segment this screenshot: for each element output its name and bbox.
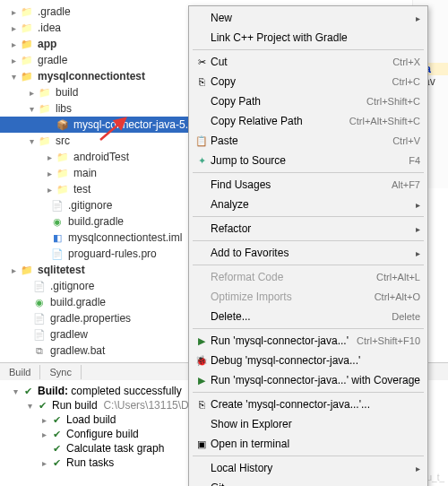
- folder-icon: [20, 4, 34, 19]
- submenu-icon: ▸: [409, 483, 420, 487]
- expand-icon[interactable]: [38, 458, 50, 468]
- file-icon: [32, 343, 47, 358]
- copy-icon: ⎘: [193, 76, 211, 87]
- menu-open-terminal[interactable]: ▣Open in terminal: [189, 434, 427, 454]
- folder-icon: [56, 150, 70, 164]
- expand-icon[interactable]: [43, 169, 56, 178]
- tab-build[interactable]: Build: [0, 365, 40, 379]
- tree-label: proguard-rules.pro: [68, 247, 157, 260]
- build-status: completed successfully: [71, 385, 181, 397]
- menu-separator: [193, 49, 424, 50]
- expand-icon[interactable]: [7, 56, 20, 65]
- tree-label: test: [73, 183, 90, 195]
- collapse-icon[interactable]: [25, 104, 38, 114]
- build-task: Run build: [52, 399, 98, 412]
- shortcut: Ctrl+Shift+C: [366, 96, 420, 107]
- jar-icon: [56, 117, 70, 132]
- file-icon: [32, 311, 47, 325]
- collapse-icon[interactable]: [25, 136, 38, 146]
- submenu-icon: ▸: [409, 248, 420, 258]
- menu-separator: [193, 456, 424, 456]
- tree-label: mysqlconnectiontest.iml: [68, 231, 182, 244]
- folder-icon: [20, 21, 34, 35]
- debug-icon: 🐞: [193, 355, 211, 367]
- expand-icon[interactable]: [38, 415, 50, 425]
- expand-icon[interactable]: [7, 23, 20, 33]
- tree-label: gradlew.bat: [50, 344, 105, 357]
- shortcut: Ctrl+C: [392, 76, 420, 87]
- menu-coverage[interactable]: ▶Run 'mysql-connector-java...' with Cove…: [189, 370, 427, 390]
- folder-icon: [38, 101, 52, 116]
- check-icon: ✔: [50, 457, 63, 469]
- menu-git[interactable]: Git▸: [189, 478, 427, 486]
- module-icon: [20, 69, 34, 83]
- submenu-icon: ▸: [409, 224, 420, 234]
- shortcut: Ctrl+Alt+Shift+C: [349, 116, 420, 126]
- tree-label: gradle.properties: [50, 312, 131, 325]
- menu-paste[interactable]: 📋PasteCtrl+V: [189, 131, 427, 151]
- expand-icon[interactable]: [7, 39, 20, 49]
- tree-label: .gradle: [38, 5, 71, 18]
- menu-copy-path[interactable]: Copy PathCtrl+Shift+C: [189, 91, 427, 111]
- shortcut: Ctrl+Alt+O: [375, 291, 420, 302]
- tree-label: mysqlconnectiontest: [38, 70, 145, 82]
- expand-icon[interactable]: [38, 430, 50, 439]
- shortcut: Delete: [392, 311, 420, 322]
- menu-new[interactable]: New▸: [189, 8, 427, 28]
- collapse-icon[interactable]: [7, 72, 20, 82]
- expand-icon[interactable]: [7, 7, 20, 17]
- menu-delete[interactable]: Delete...Delete: [189, 307, 427, 326]
- menu-separator: [193, 265, 424, 265]
- folder-icon: [56, 182, 70, 196]
- iml-icon: [50, 230, 65, 245]
- expand-icon[interactable]: [7, 265, 20, 275]
- menu-debug[interactable]: 🐞Debug 'mysql-connector-java...': [189, 351, 427, 370]
- menu-favorites[interactable]: Add to Favorites▸: [189, 243, 427, 263]
- menu-link-cpp[interactable]: Link C++ Project with Gradle: [189, 28, 427, 48]
- tree-label: gradle: [38, 54, 67, 66]
- menu-cut[interactable]: ✂CutCtrl+X: [189, 52, 427, 72]
- collapse-icon[interactable]: [23, 401, 36, 411]
- expand-icon[interactable]: [25, 88, 38, 98]
- tab-sync[interactable]: Sync: [40, 365, 81, 379]
- menu-copy[interactable]: ⎘CopyCtrl+C: [189, 72, 427, 91]
- tree-label: .gitignore: [50, 280, 94, 292]
- tree-label: gradlew: [50, 328, 88, 341]
- build-task: Configure build: [66, 428, 139, 440]
- file-icon: [32, 279, 47, 293]
- tree-label: .idea: [38, 22, 61, 34]
- file-icon: [50, 247, 65, 261]
- menu-jump-source[interactable]: ✦Jump to SourceF4: [189, 151, 427, 170]
- check-icon: ✔: [22, 386, 34, 397]
- build-title: Build:: [38, 385, 68, 397]
- shortcut: Ctrl+Alt+L: [376, 272, 420, 282]
- menu-analyze[interactable]: Analyze▸: [189, 195, 427, 214]
- cut-icon: ✂: [193, 56, 211, 68]
- expand-icon[interactable]: [43, 152, 56, 162]
- file-icon: [50, 198, 65, 213]
- jump-icon: ✦: [193, 155, 211, 167]
- config-icon: ⎘: [193, 399, 211, 410]
- menu-find-usages[interactable]: Find UsagesAlt+F7: [189, 175, 427, 195]
- tree-label: build.gradle: [68, 215, 124, 228]
- paste-icon: 📋: [193, 135, 211, 147]
- menu-refactor[interactable]: Refactor▸: [189, 219, 427, 239]
- shortcut: F4: [409, 155, 420, 166]
- menu-copy-rel-path[interactable]: Copy Relative PathCtrl+Alt+Shift+C: [189, 111, 427, 131]
- terminal-icon: ▣: [193, 438, 211, 450]
- tree-label: build.gradle: [50, 296, 106, 308]
- menu-local-history[interactable]: Local History▸: [189, 458, 427, 478]
- collapse-icon[interactable]: [9, 386, 22, 396]
- menu-reformat: Reformat CodeCtrl+Alt+L: [189, 267, 427, 287]
- submenu-icon: ▸: [409, 200, 420, 210]
- menu-create-config[interactable]: ⎘Create 'mysql-connector-java...'...: [189, 395, 427, 414]
- folder-icon: [56, 166, 70, 180]
- menu-separator: [193, 240, 424, 241]
- expand-icon[interactable]: [43, 185, 56, 195]
- menu-run[interactable]: ▶Run 'mysql-connector-java...'Ctrl+Shift…: [189, 331, 427, 351]
- check-icon: ✔: [50, 429, 63, 440]
- tree-label: app: [38, 38, 56, 50]
- tree-label: androidTest: [73, 151, 129, 163]
- menu-show-explorer[interactable]: Show in Explorer: [189, 414, 427, 434]
- menu-optimize-imports: Optimize ImportsCtrl+Alt+O: [189, 287, 427, 307]
